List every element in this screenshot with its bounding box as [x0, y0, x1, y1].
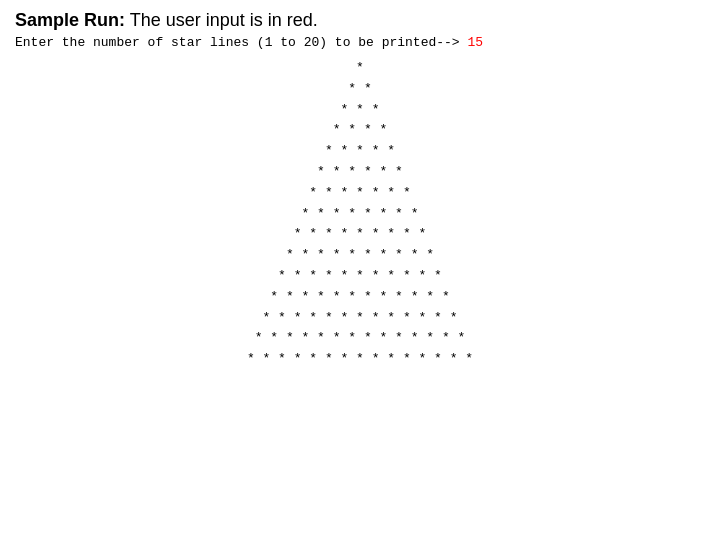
star-row: * * * * * *: [15, 162, 705, 183]
star-row: * * * * * * * * *: [15, 224, 705, 245]
star-row: *: [15, 58, 705, 79]
star-row: * * * * * * * * * * *: [15, 266, 705, 287]
star-row: * * * * * * *: [15, 183, 705, 204]
title-description: The user input is in red.: [125, 10, 318, 30]
star-row: * * *: [15, 100, 705, 121]
star-row: * * * * * * * * * * * *: [15, 287, 705, 308]
prompt-line: Enter the number of star lines (1 to 20)…: [15, 35, 705, 50]
title-bold: Sample Run:: [15, 10, 125, 30]
star-row: * * * *: [15, 120, 705, 141]
star-row: * *: [15, 79, 705, 100]
star-row: * * * * * * * * * *: [15, 245, 705, 266]
prompt-text: Enter the number of star lines (1 to 20)…: [15, 35, 467, 50]
star-row: * * * * * * * * * * * * *: [15, 308, 705, 329]
user-input: 15: [467, 35, 483, 50]
star-display: ** ** * ** * * ** * * * ** * * * * ** * …: [15, 58, 705, 370]
page-title: Sample Run: The user input is in red.: [15, 10, 705, 31]
star-row: * * * * * * * *: [15, 204, 705, 225]
star-row: * * * * * * * * * * * * * * *: [15, 349, 705, 370]
star-row: * * * * * * * * * * * * * *: [15, 328, 705, 349]
star-row: * * * * *: [15, 141, 705, 162]
